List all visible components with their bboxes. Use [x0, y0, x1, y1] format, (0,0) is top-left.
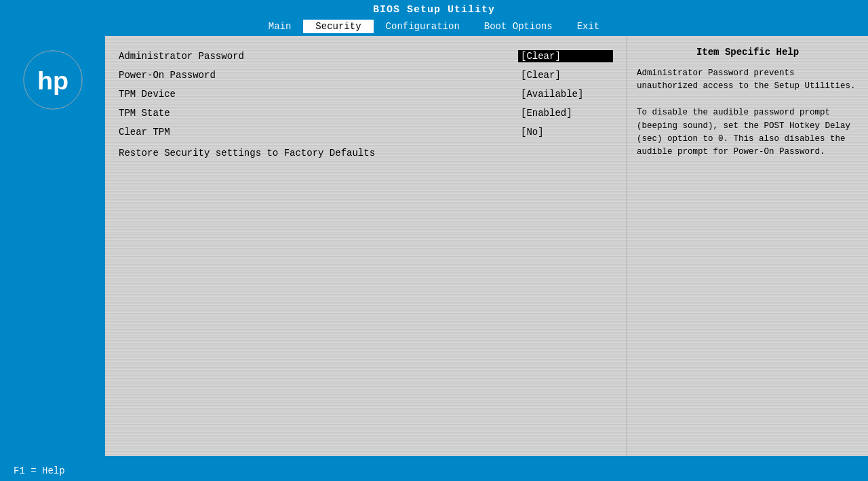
menu-item-boot-options[interactable]: Boot Options	[472, 20, 565, 33]
help-panel: Item Specific Help Administrator Passwor…	[627, 36, 868, 456]
menu-item-main[interactable]: Main	[256, 20, 304, 33]
main-layout: hp Administrator Password [Clear] Power-…	[0, 36, 868, 456]
menu-item-security[interactable]: Security	[303, 20, 373, 33]
clear-tpm-label: Clear TPM	[119, 127, 518, 138]
logo-area: hp	[0, 36, 105, 456]
poweron-password-value: [Clear]	[518, 69, 613, 81]
help-text: Administrator Password prevents unauthor…	[637, 67, 859, 159]
bios-title: BIOS Setup Utility	[0, 0, 868, 18]
bottom-bar: F1 = Help	[0, 461, 868, 481]
tpm-state-label: TPM State	[119, 108, 518, 119]
setting-row-poweron-password[interactable]: Power-On Password [Clear]	[119, 66, 613, 85]
f1-help-label: F1 = Help	[14, 465, 65, 476]
content-panel: Administrator Password [Clear] Power-On …	[105, 36, 627, 456]
setting-row-admin-password[interactable]: Administrator Password [Clear]	[119, 47, 613, 66]
restore-security-row[interactable]: Restore Security settings to Factory Def…	[119, 144, 613, 162]
svg-text:hp: hp	[37, 66, 68, 95]
menu-item-configuration[interactable]: Configuration	[374, 20, 472, 33]
tpm-device-label: TPM Device	[119, 89, 518, 100]
poweron-password-label: Power-On Password	[119, 70, 518, 81]
setting-row-clear-tpm[interactable]: Clear TPM [No]	[119, 123, 613, 142]
setting-row-tpm-state[interactable]: TPM State [Enabled]	[119, 104, 613, 123]
menu-bar: Main Security Configuration Boot Options…	[0, 18, 868, 36]
admin-password-value: [Clear]	[518, 50, 613, 62]
help-title: Item Specific Help	[637, 47, 859, 58]
tpm-device-value: [Available]	[518, 88, 613, 100]
admin-password-label: Administrator Password	[119, 51, 518, 62]
menu-item-exit[interactable]: Exit	[565, 20, 612, 33]
setting-row-tpm-device[interactable]: TPM Device [Available]	[119, 85, 613, 104]
hp-logo-icon: hp	[22, 49, 83, 110]
clear-tpm-value: [No]	[518, 126, 613, 138]
tpm-state-value: [Enabled]	[518, 107, 613, 119]
